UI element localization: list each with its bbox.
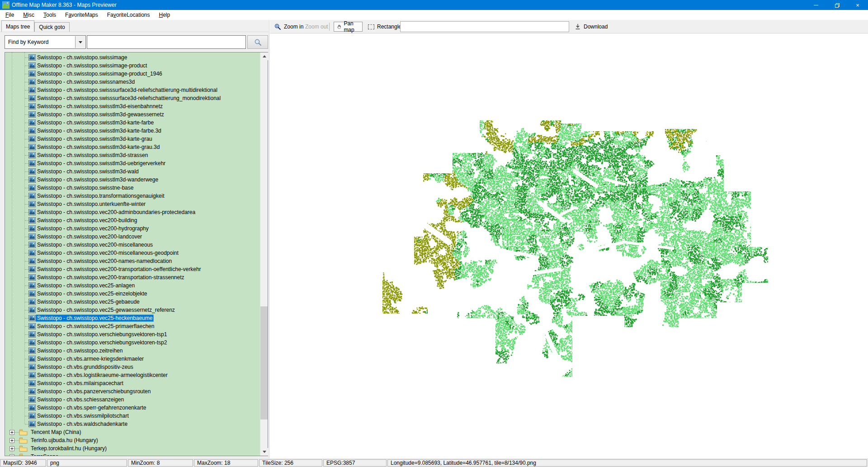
tree-item[interactable]: Swisstopo - ch.swisstopo.unterkuenfte-wi… <box>5 200 260 208</box>
tree-item-label: Swisstopo - ch.swisstopo.vec200-building <box>36 217 138 224</box>
triangle-up-icon <box>263 55 266 57</box>
tree-item[interactable]: Swisstopo - ch.swisstopo.swisstlm3d-gewa… <box>5 110 260 119</box>
zoom-in-label: Zoom in <box>284 24 303 30</box>
folder-icon <box>19 437 28 444</box>
map-layer-icon <box>28 144 36 150</box>
minimize-button[interactable] <box>806 0 826 10</box>
menu-misc[interactable]: Misc <box>19 10 39 20</box>
plus-box-icon[interactable] <box>9 438 14 443</box>
tree-scrollbar[interactable] <box>260 52 268 456</box>
tree-item[interactable]: Swisstopo - ch.swisstopo.swisstlm3d-stra… <box>5 151 260 159</box>
tree-item[interactable]: Swisstopo - ch.swisstopo.vec25-einzelobj… <box>5 290 260 298</box>
tree-item[interactable]: Swisstopo - ch.swisstopo.swisstlm3d-wand… <box>5 176 260 184</box>
search-input[interactable] <box>87 35 246 49</box>
tree-item[interactable]: Swisstopo - ch.swisstopo.vec25-heckenbae… <box>5 314 260 322</box>
map-layer-icon <box>28 364 36 370</box>
tree-item[interactable]: Swisstopo - ch.swisstopo.swisstlm3d-kart… <box>5 127 260 135</box>
rectangle-select-icon <box>368 24 374 29</box>
tree-item[interactable]: Swisstopo - ch.swisstopo.verschiebungsve… <box>5 338 260 347</box>
tree-item[interactable]: Swisstopo - ch.swisstopo.transformations… <box>5 192 260 200</box>
maximize-button[interactable] <box>826 0 847 10</box>
plus-box-icon[interactable] <box>9 446 14 451</box>
menu-tools[interactable]: Tools <box>39 10 61 20</box>
tree-folder[interactable]: Tencent Map (China) <box>5 428 260 436</box>
tree-item[interactable]: Swisstopo - ch.swisstopo.vec200-adminbou… <box>5 208 260 216</box>
tree-item[interactable]: Swisstopo - ch.swisstopo.vec200-building <box>5 216 260 224</box>
tree-item[interactable]: Swisstopo - ch.swisstopo.swisssurface3d-… <box>5 86 260 94</box>
tree-item[interactable]: Swisstopo - ch.vbs.grunddispositiv-zeus <box>5 363 260 371</box>
tree-item[interactable]: Swisstopo - ch.swisstopo.swisstlm3d-uebr… <box>5 159 260 167</box>
tree-item[interactable]: Swisstopo - ch.swisstopo.vec25-gewaesser… <box>5 306 260 314</box>
tree-item[interactable]: Swisstopo - ch.swisstopo.vec200-miscella… <box>5 241 260 249</box>
tree-connector <box>25 351 28 351</box>
scroll-up-button[interactable] <box>260 52 268 60</box>
menu-file[interactable]: File <box>1 10 19 20</box>
map-layer-icon <box>28 54 36 61</box>
tree-item[interactable]: Swisstopo - ch.swisstopo.swissimage <box>5 53 260 62</box>
tab-quick-goto[interactable]: Quick goto <box>34 22 69 32</box>
menu-favoritelocations[interactable]: FavoriteLocations <box>103 10 155 20</box>
zoom-out-button[interactable]: Zoom out <box>302 22 331 32</box>
tree-item[interactable]: Swisstopo - ch.swisstopo.swisssurface3d-… <box>5 94 260 102</box>
tree-item[interactable]: Swisstopo - ch.swisstopo.swisstlm3d-eise… <box>5 102 260 110</box>
menu-help[interactable]: Help <box>155 10 175 20</box>
tree-item[interactable]: Swisstopo - ch.swisstopo.vec25-gebaeude <box>5 298 260 306</box>
tree-item[interactable]: Swisstopo - ch.swisstopo.vec200-landcove… <box>5 233 260 241</box>
menu-favoritemaps[interactable]: FavoriteMaps <box>61 10 103 20</box>
tree-item[interactable]: Swisstopo - ch.vbs.panzerverschiebungsro… <box>5 387 260 396</box>
tree-connector <box>25 261 28 262</box>
tree-item[interactable]: Swisstopo - ch.swisstopo.vec25-anlagen <box>5 281 260 290</box>
tree-item-label: Swisstopo - ch.swisstopo.swissimage <box>36 54 128 61</box>
tree-folder[interactable]: Terkep.torokbalint.hu (Hungary) <box>5 444 260 453</box>
tree-item[interactable]: Swisstopo - ch.vbs.schiessanzeigen <box>5 396 260 404</box>
tab-strip: Maps treeQuick goto <box>0 20 269 32</box>
combo-dropdown-button[interactable] <box>75 36 85 48</box>
map-layer-icon <box>28 372 36 378</box>
tree-item[interactable]: Swisstopo - ch.swisstopo.swissimage-prod… <box>5 70 260 78</box>
tree-item[interactable]: Swisstopo - ch.vbs.milairspacechart <box>5 379 260 387</box>
tree-item[interactable]: Swisstopo - ch.swisstopo.swisstne-base <box>5 184 260 192</box>
tree-item[interactable]: Swisstopo - ch.swisstopo.zeitreihen <box>5 347 260 355</box>
plus-box-icon[interactable] <box>9 430 14 435</box>
tree-item[interactable]: Swisstopo - ch.swisstopo.vec200-transpor… <box>5 265 260 273</box>
download-button[interactable]: Download <box>572 22 610 32</box>
tree-item[interactable]: Swisstopo - ch.swisstopo.swissimage-prod… <box>5 62 260 70</box>
tree-item[interactable]: Swisstopo - ch.swisstopo.vec200-hydrogra… <box>5 224 260 233</box>
pan-map-button[interactable]: Pan map <box>334 22 363 32</box>
rectangle-label: Rectangle <box>377 24 401 30</box>
search-button[interactable] <box>247 35 268 49</box>
tree-item[interactable]: Swisstopo - ch.vbs.swissmilpilotschart <box>5 412 260 420</box>
tree-item[interactable]: Swisstopo - ch.swisstopo.swissnames3d <box>5 78 260 86</box>
find-mode-select[interactable]: Find by Keyword <box>5 35 86 49</box>
map-layer-icon <box>28 356 36 362</box>
tree-item[interactable]: Swisstopo - ch.vbs.waldschadenkarte <box>5 420 260 428</box>
tree-item[interactable]: Swisstopo - ch.swisstopo.verschiebungsve… <box>5 330 260 338</box>
tree-item[interactable]: Swisstopo - ch.swisstopo.vec200-miscella… <box>5 249 260 257</box>
hand-icon <box>337 24 341 30</box>
tree-item[interactable]: Swisstopo - ch.swisstopo.swisstlm3d-kart… <box>5 119 260 127</box>
tree-item[interactable]: Swisstopo - ch.swisstopo.swisstlm3d-kart… <box>5 135 260 143</box>
tree-item[interactable]: Swisstopo - ch.swisstopo.vec200-transpor… <box>5 273 260 281</box>
close-button[interactable]: × <box>847 0 868 10</box>
toolbar-input[interactable] <box>400 21 569 32</box>
scrollbar-thumb[interactable] <box>260 306 268 419</box>
tree-item[interactable]: Swisstopo - ch.vbs.armee-kriegsdenkmaele… <box>5 355 260 363</box>
map-layer-icon <box>28 136 36 142</box>
zoom-in-button[interactable]: Zoom in <box>272 22 306 32</box>
scroll-down-button[interactable] <box>260 448 268 456</box>
tree-item[interactable]: Swisstopo - ch.swisstopo.vec25-primaerfl… <box>5 322 260 330</box>
tree-item[interactable]: Swisstopo - ch.vbs.sperr-gefahrenzonenka… <box>5 404 260 412</box>
tree-item[interactable]: Swisstopo - ch.swisstopo.swisstlm3d-kart… <box>5 143 260 151</box>
tree-item[interactable]: Swisstopo - ch.swisstopo.swisstlm3d-wald <box>5 167 260 176</box>
plus-box-icon[interactable] <box>9 454 14 456</box>
tree-item[interactable]: Swisstopo - ch.swisstopo.vec200-names-na… <box>5 257 260 265</box>
rectangle-button[interactable]: Rectangle <box>365 22 404 32</box>
map-preview-canvas[interactable] <box>270 33 868 458</box>
tree-folder[interactable]: Terinfo.ujbuda.hu (Hungary) <box>5 436 260 444</box>
tree-folder[interactable]: TerraScope <box>5 453 260 456</box>
map-layer-icon <box>28 421 36 427</box>
tab-maps-tree[interactable]: Maps tree <box>1 20 34 32</box>
tree-item[interactable]: Swisstopo - ch.vbs.logistikraeume-armeel… <box>5 371 260 379</box>
map-layer-icon <box>28 62 36 69</box>
tree-connector <box>25 114 28 115</box>
